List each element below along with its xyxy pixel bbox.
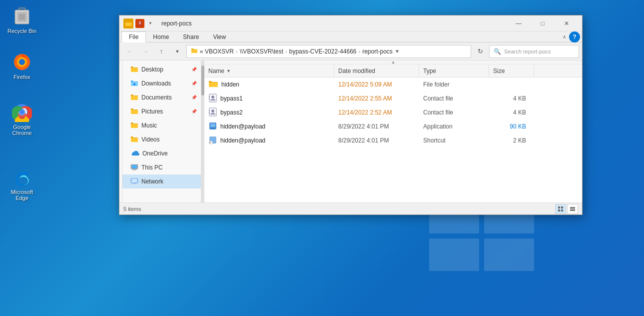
contact-icon-bypass2 <box>208 108 217 118</box>
tab-share[interactable]: Share <box>176 32 206 42</box>
sidebar-item-pictures[interactable]: Pictures 📌 <box>122 104 201 118</box>
cell-name-payload-shortcut: hidden@payload <box>204 134 334 148</box>
explorer-window: ▼ report-pocs — □ ✕ File Home Share View… <box>119 15 583 215</box>
cell-name-hidden: hidden <box>204 78 334 92</box>
minimize-button[interactable]: — <box>507 16 530 32</box>
refresh-button[interactable]: ↻ <box>473 44 487 58</box>
sidebar-item-documents[interactable]: Documents 📌 <box>122 90 201 104</box>
tab-home[interactable]: Home <box>146 32 176 42</box>
thispc-icon <box>130 164 138 172</box>
cell-size-payload-shortcut: 2 KB <box>489 134 534 148</box>
up-button[interactable]: ↑ <box>154 44 168 58</box>
sidebar-item-desktop[interactable]: Desktop 📌 <box>122 62 201 76</box>
view-buttons <box>555 204 578 214</box>
path-icon <box>191 48 198 55</box>
chrome-icon-desktop[interactable]: Google Chrome <box>4 100 40 138</box>
cell-type-bypass2: Contact file <box>419 106 489 120</box>
svg-rect-48 <box>561 210 563 212</box>
sidebar-item-onedrive[interactable]: OneDrive <box>122 146 201 160</box>
edge-image <box>12 167 32 187</box>
maximize-button[interactable]: □ <box>531 16 554 32</box>
help-button[interactable]: ? <box>569 32 580 42</box>
window-controls: — □ ✕ <box>507 16 578 32</box>
sidebar-item-downloads[interactable]: Downloads 📌 <box>122 76 201 90</box>
sidebar-item-videos[interactable]: Videos <box>122 132 201 146</box>
music-icon <box>130 122 138 130</box>
title-bar-left: ▼ report-pocs <box>123 18 192 28</box>
back-button[interactable]: ← <box>122 44 136 58</box>
tab-view[interactable]: View <box>206 32 233 42</box>
svg-rect-30 <box>133 183 136 184</box>
sidebar-documents-label: Documents <box>141 94 172 101</box>
recycle-bin-label: Recycle Bin <box>7 28 36 34</box>
quick-access-icons: ▼ <box>123 18 154 28</box>
firefox-image <box>12 52 32 72</box>
sidebar-item-music[interactable]: Music <box>122 118 201 132</box>
svg-rect-47 <box>558 210 560 212</box>
cell-type-payload-app: Application <box>419 120 489 134</box>
path-dropdown-arrow[interactable]: ▼ <box>395 48 400 54</box>
file-row-bypass1[interactable]: bypass1 12/14/2022 2:55 AM Contact file … <box>204 92 582 106</box>
svg-rect-45 <box>558 206 560 208</box>
status-bar: 5 items <box>119 202 582 214</box>
cell-date-payload-app: 8/29/2022 4:01 PM <box>334 120 419 134</box>
shortcut-icon-payload <box>208 136 217 146</box>
cell-type-bypass1: Contact file <box>419 92 489 106</box>
svg-rect-37 <box>209 110 210 111</box>
cell-size-bypass1: 4 KB <box>489 92 534 106</box>
file-row-payload-shortcut[interactable]: hidden@payload 8/29/2022 4:01 PM Shortcu… <box>204 134 582 148</box>
app-icon-payload <box>208 122 217 132</box>
sidebar-scrollbar-thumb[interactable] <box>201 66 204 96</box>
file-list: ▲ Name ▼ Date modified Type Size <box>204 60 582 202</box>
recent-button[interactable]: ▼ <box>170 44 184 58</box>
cell-type-hidden: File folder <box>419 78 489 92</box>
svg-rect-38 <box>209 112 210 113</box>
search-box[interactable]: 🔍 Search report-pocs <box>489 45 579 58</box>
desktop-folder-icon <box>130 66 138 74</box>
folder-icon-titlebar <box>123 18 133 28</box>
recycle-bin-icon[interactable]: Recycle Bin <box>4 4 40 36</box>
file-row-bypass2[interactable]: bypass2 12/14/2022 2:52 AM Contact file … <box>204 106 582 120</box>
col-header-size[interactable]: Size <box>489 64 534 77</box>
ribbon-chevron[interactable]: ∧ <box>559 32 569 42</box>
pictures-icon <box>130 108 138 116</box>
view-details-button[interactable] <box>555 204 566 214</box>
edge-icon-desktop[interactable]: Microsoft Edge <box>4 165 40 203</box>
items-count: 5 items <box>123 206 141 212</box>
sidebar-network-label: Network <box>141 178 163 185</box>
documents-icon <box>130 94 138 102</box>
file-row-payload-app[interactable]: hidden@payload 8/29/2022 4:01 PM Applica… <box>204 120 582 134</box>
videos-icon <box>130 136 138 144</box>
dropdown-arrow-titlebar[interactable]: ▼ <box>146 20 154 28</box>
search-placeholder: Search report-pocs <box>504 48 551 54</box>
ribbon-tabs: File Home Share View ∧ ? <box>119 32 582 42</box>
sidebar-item-thispc[interactable]: This PC <box>122 160 201 174</box>
cell-date-hidden: 12/14/2022 5:09 AM <box>334 78 419 92</box>
svg-rect-51 <box>570 210 575 211</box>
view-list-button[interactable] <box>567 204 578 214</box>
svg-point-32 <box>211 96 214 98</box>
forward-button[interactable]: → <box>138 44 152 58</box>
cell-size-payload-app: 90 KB <box>489 120 534 134</box>
file-row-hidden-folder[interactable]: hidden 12/14/2022 5:09 AM File folder <box>204 78 582 92</box>
tab-file[interactable]: File <box>121 32 146 42</box>
col-header-date[interactable]: Date modified <box>334 64 419 77</box>
firefox-icon-desktop[interactable]: Firefox <box>4 50 40 82</box>
svg-rect-40 <box>210 124 215 127</box>
pin-icon-titlebar <box>135 19 144 28</box>
path-current: report-pocs <box>362 48 393 55</box>
path-text: « VBOXSVR <box>200 48 234 55</box>
network-icon <box>130 178 138 186</box>
address-path[interactable]: « VBOXSVR › \\VBOXSVR\test › bypass-CVE-… <box>186 45 471 58</box>
sidebar-scrollbar[interactable] <box>201 60 204 202</box>
sort-indicator-bar: ▲ <box>204 60 582 64</box>
close-button[interactable]: ✕ <box>555 16 578 32</box>
sidebar-item-network[interactable]: Network <box>122 174 201 188</box>
path-server: \\VBOXSVR\test <box>240 48 283 55</box>
col-header-name[interactable]: Name ▼ <box>204 64 334 77</box>
onedrive-icon <box>130 150 139 158</box>
column-headers: Name ▼ Date modified Type Size <box>204 64 582 78</box>
svg-rect-18 <box>429 238 479 271</box>
window-title: report-pocs <box>161 20 192 27</box>
col-header-type[interactable]: Type <box>419 64 489 77</box>
